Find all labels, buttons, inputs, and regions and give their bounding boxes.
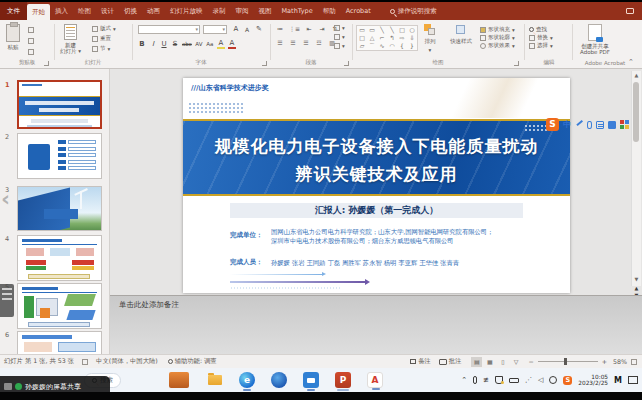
format-painter-button[interactable] — [28, 48, 34, 56]
slideshow-view-button[interactable]: ▽ — [510, 357, 521, 367]
scroll-down-icon[interactable]: ▼ — [632, 276, 641, 282]
shape-effects-button[interactable]: 形状效果 ▾ — [480, 42, 515, 49]
widgets-button[interactable] — [169, 372, 189, 388]
increase-indent-button[interactable]: ⇥ — [318, 25, 326, 32]
character-spacing-button[interactable]: AV — [195, 41, 203, 47]
slide-thumbnail-1[interactable] — [17, 80, 102, 129]
numbering-button[interactable]: ⋮≡ — [289, 25, 300, 32]
ime-toolbox-icon[interactable] — [608, 121, 616, 129]
highlight-color-button[interactable]: A — [217, 39, 225, 49]
shape-fill-button[interactable]: 形状填充 ▾ — [480, 26, 515, 33]
paragraph-dialog-launcher[interactable] — [344, 61, 349, 66]
comments-button[interactable] — [626, 2, 634, 20]
tray-volume-icon[interactable]: ◁ — [538, 376, 543, 384]
slide-canvas[interactable]: ///山东省科学技术进步奖 规模化电力电子设备接入下电能质量扰动 辨识关键技术及… — [183, 78, 570, 293]
section-button[interactable]: 节 ▾ — [92, 45, 116, 52]
tab-view[interactable]: 视图 — [254, 2, 277, 20]
acrobat-button[interactable]: A — [367, 372, 383, 388]
new-slide-button[interactable]: 新建幻灯片 ▾ — [60, 24, 81, 54]
ime-mic-icon[interactable] — [587, 121, 592, 129]
arrange-button[interactable]: 排列▾ — [424, 24, 436, 53]
sogou-logo-icon[interactable]: S — [546, 118, 559, 131]
quick-styles-button[interactable]: 快速样式 — [450, 24, 472, 45]
tray-display-icon[interactable] — [628, 376, 638, 384]
slide-sorter-view-button[interactable]: ▦ — [484, 357, 495, 367]
slide-thumbnail-3[interactable] — [17, 186, 102, 231]
tell-me-search[interactable]: 操作说明搜索 — [390, 2, 437, 20]
cut-button[interactable] — [28, 26, 34, 34]
align-text-button[interactable]: ▾ — [334, 34, 345, 40]
tray-clock[interactable]: 10:052023/2/25 — [578, 374, 608, 387]
ime-toolbar[interactable]: S 中 — [546, 117, 629, 132]
share-nav-chevron-icon[interactable]: ‹ — [1, 186, 10, 211]
slide-thumbnail-2[interactable] — [17, 133, 102, 179]
zoom-slider-thumb[interactable] — [564, 358, 567, 365]
decrease-indent-button[interactable]: ⇤ — [305, 25, 313, 32]
comments-toggle-button[interactable]: 批注 — [439, 357, 462, 366]
previous-slide-button[interactable]: ▲ — [632, 285, 641, 291]
fit-to-window-icon[interactable] — [631, 359, 637, 365]
layout-button[interactable]: 版式 ▾ — [92, 25, 116, 32]
create-pdf-button[interactable]: 创建并共享Adobe PDF — [580, 24, 610, 55]
accessibility-status[interactable]: 辅助功能: 调查 — [168, 357, 217, 366]
italic-button[interactable]: I — [149, 40, 157, 48]
edge-browser-button[interactable]: e — [239, 372, 255, 388]
align-center-button[interactable]: ☰ — [289, 39, 297, 46]
tab-home[interactable]: 开始 — [27, 4, 50, 20]
font-size-select[interactable] — [203, 25, 227, 34]
tab-transitions[interactable]: 切换 — [119, 2, 142, 20]
language-status[interactable]: 中文(简体，中国大陆) — [96, 357, 158, 366]
ime-keyboard-icon[interactable] — [596, 121, 604, 129]
find-button[interactable]: 查找 — [529, 26, 553, 33]
tab-insert[interactable]: 插入 — [50, 2, 73, 20]
ime-pen-icon[interactable] — [575, 121, 583, 129]
smartart-button[interactable]: ▾ — [334, 43, 345, 49]
font-dialog-launcher[interactable] — [262, 61, 267, 66]
tab-help[interactable]: 帮助 — [318, 2, 341, 20]
share-mini-panel[interactable] — [0, 284, 14, 317]
slide-thumbnail-6[interactable] — [17, 331, 102, 355]
font-color-button[interactable]: A — [228, 39, 236, 49]
tab-slideshow[interactable]: 幻灯片放映 — [165, 2, 208, 20]
display-settings-icon[interactable] — [82, 359, 88, 365]
tab-draw[interactable]: 绘图 — [73, 2, 96, 20]
normal-view-button[interactable]: ▤ — [471, 357, 482, 367]
zoom-slider[interactable] — [538, 361, 598, 362]
scrollbar-thumb[interactable] — [633, 82, 639, 142]
tab-design[interactable]: 设计 — [96, 2, 119, 20]
reset-button[interactable]: 重置 — [92, 35, 116, 42]
text-direction-button[interactable]: ▾ — [334, 25, 345, 31]
paste-button[interactable]: 粘贴 — [6, 24, 20, 51]
tray-battery-icon[interactable] — [509, 378, 519, 383]
tab-acrobat[interactable]: Acrobat — [341, 2, 376, 20]
collapse-ribbon-button[interactable]: ⌃ — [628, 58, 634, 66]
drawing-dialog-launcher[interactable] — [514, 61, 519, 66]
decrease-font-button[interactable]: A — [243, 26, 251, 33]
tab-mathtype[interactable]: MathType — [277, 2, 318, 20]
tray-globe-icon[interactable] — [549, 376, 557, 384]
shape-outline-button[interactable]: 形状轮廓 ▾ — [480, 34, 515, 41]
select-button[interactable]: 选择 ▾ — [529, 42, 553, 49]
zoom-in-button[interactable]: + — [602, 358, 607, 365]
powerpoint-button[interactable]: P — [335, 372, 351, 388]
ime-grid-icon[interactable] — [620, 120, 629, 129]
copy-button[interactable] — [28, 37, 34, 45]
change-case-button[interactable]: Aa — [206, 41, 214, 47]
scroll-up-icon[interactable]: ▲ — [632, 72, 641, 78]
strikethrough-button[interactable]: S — [171, 40, 179, 48]
subscript-button[interactable]: abc — [182, 41, 192, 47]
tab-review[interactable]: 审阅 — [231, 2, 254, 20]
increase-font-button[interactable]: A — [232, 25, 240, 33]
bullets-button[interactable]: ≔ — [276, 25, 284, 32]
tab-file[interactable]: 文件 — [0, 2, 27, 20]
clear-formatting-button[interactable]: ✎ — [255, 25, 263, 33]
zoom-out-button[interactable]: − — [528, 358, 533, 365]
tray-shield-icon[interactable] — [495, 376, 503, 384]
meeting-app-button[interactable] — [303, 372, 319, 388]
tray-mic-icon[interactable] — [473, 376, 477, 384]
bold-button[interactable]: B — [138, 40, 146, 48]
tab-record[interactable]: 录制 — [208, 2, 231, 20]
shapes-gallery[interactable]: ▭▭╲╲□○ □△⌐↰⇨⇩ ▱⌒∿◠{} — [356, 25, 418, 51]
align-left-button[interactable]: ☰ — [276, 39, 284, 46]
replace-button[interactable]: 替换 ▾ — [529, 34, 553, 41]
